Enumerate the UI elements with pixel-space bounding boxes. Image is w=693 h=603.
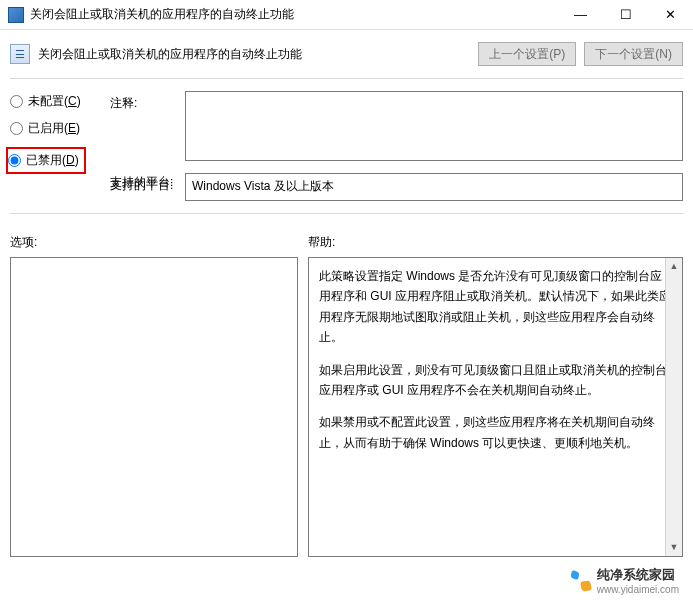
separator-2 xyxy=(10,213,683,214)
options-panel xyxy=(10,257,298,557)
watermark-logo-icon xyxy=(571,571,591,591)
separator xyxy=(10,78,683,79)
window-title: 关闭会阻止或取消关机的应用程序的自动终止功能 xyxy=(30,6,558,23)
help-scrollbar[interactable]: ▲ ▼ xyxy=(665,258,682,556)
radio-group: 未配置(C) 已启用(E) 已禁用(D) xyxy=(10,91,100,191)
header-row: ☰ 关闭会阻止或取消关机的应用程序的自动终止功能 上一个设置(P) 下一个设置(… xyxy=(10,30,683,76)
help-paragraph-2: 如果启用此设置，则没有可见顶级窗口且阻止或取消关机的控制台应用程序或 GUI 应… xyxy=(319,360,672,401)
radio-enabled[interactable]: 已启用(E) xyxy=(10,120,100,137)
next-setting-button[interactable]: 下一个设置(N) xyxy=(584,42,683,66)
scroll-down-icon[interactable]: ▼ xyxy=(666,539,682,556)
window-controls: — ☐ ✕ xyxy=(558,0,693,30)
watermark-text-wrap: 纯净系统家园 www.yidaimei.com xyxy=(597,566,679,595)
previous-setting-label: 上一个设置(P) xyxy=(489,47,565,61)
platform-display-row: 支持的平台: Windows Vista 及以上版本 xyxy=(10,173,683,201)
radio-disabled-label: 已禁用(D) xyxy=(26,152,79,169)
radio-not-configured[interactable]: 未配置(C) xyxy=(10,93,100,110)
window-icon xyxy=(8,7,24,23)
policy-icon: ☰ xyxy=(10,44,30,64)
radio-disabled[interactable]: 已禁用(D) xyxy=(8,152,80,169)
close-button[interactable]: ✕ xyxy=(648,0,693,30)
content-area: ☰ 关闭会阻止或取消关机的应用程序的自动终止功能 上一个设置(P) 下一个设置(… xyxy=(0,30,693,557)
watermark: 纯净系统家园 www.yidaimei.com xyxy=(567,564,683,597)
supported-on-value: Windows Vista 及以上版本 xyxy=(185,173,683,201)
minimize-button[interactable]: — xyxy=(558,0,603,30)
panels: 此策略设置指定 Windows 是否允许没有可见顶级窗口的控制台应用程序和 GU… xyxy=(10,257,683,557)
lower-labels: 选项: 帮助: xyxy=(10,234,683,251)
next-setting-label: 下一个设置(N) xyxy=(595,47,672,61)
help-paragraph-1: 此策略设置指定 Windows 是否允许没有可见顶级窗口的控制台应用程序和 GU… xyxy=(319,266,672,348)
scroll-track[interactable] xyxy=(666,275,682,539)
watermark-url: www.yidaimei.com xyxy=(597,584,679,595)
radio-enabled-input[interactable] xyxy=(10,122,23,135)
options-label: 选项: xyxy=(10,234,308,251)
radio-not-configured-label: 未配置(C) xyxy=(28,93,81,110)
supported-on-label-2: 支持的平台: xyxy=(110,173,175,194)
radio-enabled-label: 已启用(E) xyxy=(28,120,80,137)
scroll-up-icon[interactable]: ▲ xyxy=(666,258,682,275)
maximize-button[interactable]: ☐ xyxy=(603,0,648,30)
radio-not-configured-input[interactable] xyxy=(10,95,23,108)
policy-title: 关闭会阻止或取消关机的应用程序的自动终止功能 xyxy=(38,46,470,63)
highlight-annotation: 已禁用(D) xyxy=(6,147,86,174)
titlebar: 关闭会阻止或取消关机的应用程序的自动终止功能 — ☐ ✕ xyxy=(0,0,693,30)
help-label: 帮助: xyxy=(308,234,683,251)
watermark-text: 纯净系统家园 xyxy=(597,567,675,582)
previous-setting-button[interactable]: 上一个设置(P) xyxy=(478,42,576,66)
comment-textarea[interactable] xyxy=(185,91,683,161)
nav-buttons: 上一个设置(P) 下一个设置(N) xyxy=(478,42,683,66)
radio-disabled-input[interactable] xyxy=(8,154,21,167)
help-panel: 此策略设置指定 Windows 是否允许没有可见顶级窗口的控制台应用程序和 GU… xyxy=(308,257,683,557)
help-paragraph-3: 如果禁用或不配置此设置，则这些应用程序将在关机期间自动终止，从而有助于确保 Wi… xyxy=(319,412,672,453)
